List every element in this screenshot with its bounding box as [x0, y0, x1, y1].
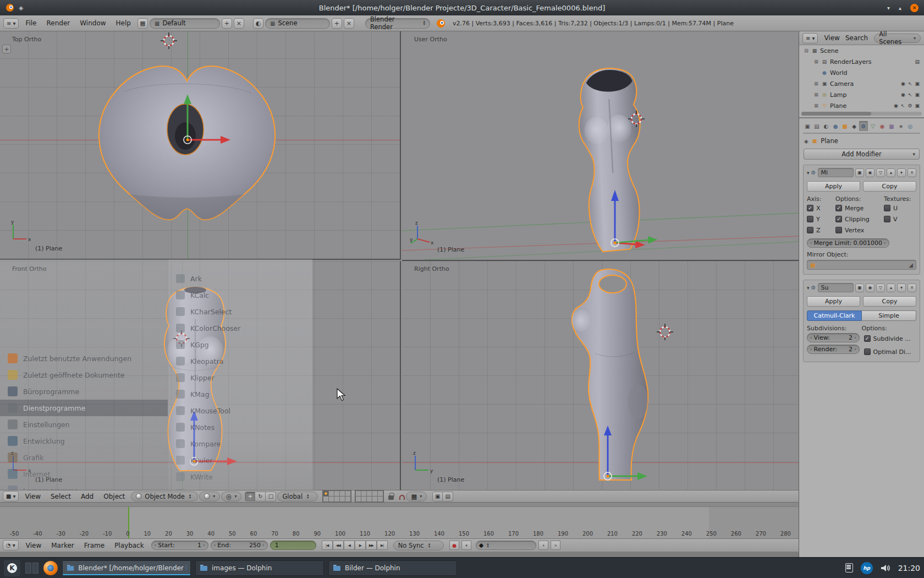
- render-opengl-button[interactable]: ▣: [432, 492, 443, 501]
- keying-options-button[interactable]: ▾: [461, 541, 471, 550]
- screen-layout-field[interactable]: ▦Default: [150, 18, 220, 29]
- checkbox[interactable]: ✓: [807, 227, 813, 233]
- topbar-menu-item[interactable]: Window: [75, 19, 111, 27]
- collapse-icon[interactable]: ▾: [807, 170, 810, 176]
- collapse-icon[interactable]: ⊟: [804, 48, 809, 53]
- kde-menu-category[interactable]: Entwicklung: [0, 433, 168, 449]
- translate-manipulator[interactable]: [574, 155, 667, 248]
- frame-start-field[interactable]: ‹Start:1›: [151, 541, 208, 550]
- topbar-menu-item[interactable]: File: [20, 19, 41, 27]
- selectability-pointer-icon[interactable]: ↖: [901, 103, 905, 108]
- apply-button[interactable]: Apply: [807, 296, 860, 307]
- renderability-camera-icon[interactable]: ▣: [915, 103, 920, 108]
- checkbox[interactable]: ✓: [807, 216, 813, 222]
- expand-icon[interactable]: ⊞: [813, 59, 819, 64]
- firefox-icon[interactable]: [43, 561, 58, 575]
- outliner-menu-item[interactable]: Search: [843, 34, 871, 42]
- modifier-move-up-button[interactable]: ▴: [887, 283, 895, 292]
- toolshelf-expand-icon[interactable]: +: [2, 45, 11, 53]
- modifier-move-down-button[interactable]: ▾: [897, 168, 906, 177]
- properties-tab-icon[interactable]: ⚙: [859, 121, 868, 131]
- add-modifier-button[interactable]: Add Modifier ▾: [804, 149, 920, 160]
- timeline-menu-item[interactable]: Marker: [46, 542, 79, 549]
- selectability-pointer-icon[interactable]: ↖: [908, 81, 912, 86]
- modifier-render-toggle[interactable]: ▣: [855, 283, 864, 292]
- clipboard-tray-icon[interactable]: [845, 563, 853, 572]
- insert-keyframe-button[interactable]: +: [538, 541, 548, 550]
- expand-icon[interactable]: ⊞: [813, 81, 819, 86]
- outliner-row-plane[interactable]: ⊞ ▽ Plane ◉↖⚙▣: [799, 100, 924, 111]
- kde-menu-app-item[interactable]: KWrite: [168, 468, 312, 485]
- kde-menu-category[interactable]: Zuletzt benutzte Anwendungen: [0, 350, 168, 367]
- texture-checkbox-row[interactable]: ✓V: [884, 214, 916, 225]
- selectability-pointer-icon[interactable]: ↖: [908, 92, 912, 97]
- checkbox[interactable]: ✓: [835, 205, 842, 211]
- kde-menu-app-item[interactable]: Kleopatra: [168, 353, 312, 369]
- option-checkbox-row[interactable]: ✓Merge: [835, 203, 884, 214]
- add-layout-button[interactable]: +: [222, 18, 232, 29]
- properties-tab-icon[interactable]: ◉: [878, 121, 887, 131]
- axis-checkbox-row[interactable]: ✓Y: [807, 214, 835, 225]
- scene-browse-button[interactable]: ◐: [253, 18, 263, 29]
- kde-menu-app-item[interactable]: KCharSelect: [168, 303, 312, 320]
- renderlayer-icon[interactable]: ▤: [915, 59, 920, 64]
- pin-icon[interactable]: ◈: [804, 138, 809, 144]
- modifier-wrench-icon[interactable]: ⚙: [908, 103, 912, 108]
- optimal-display-row[interactable]: ✓Optimal Di...: [864, 346, 917, 357]
- checkbox[interactable]: ✓: [835, 227, 842, 233]
- outliner-row-scene[interactable]: ⊟ ▦ Scene: [799, 45, 924, 56]
- snap-magnet-icon[interactable]: [399, 495, 405, 500]
- maximize-button[interactable]: ▴: [899, 5, 901, 11]
- modifier-name-field[interactable]: Mi: [818, 168, 854, 177]
- editor-type-button[interactable]: ≡▾: [3, 18, 19, 29]
- kde-menu-app-item[interactable]: KMag: [168, 386, 312, 402]
- taskbar-task-button[interactable]: Bilder — Dolphin: [328, 560, 457, 576]
- timeline-editor[interactable]: -50-40-30-20-100102030405060708090100110…: [0, 503, 799, 538]
- viewport-right-ortho[interactable]: Right Ortho: [402, 261, 799, 490]
- checkbox[interactable]: ✓: [884, 205, 890, 211]
- outliner-item-label[interactable]: Camera: [830, 80, 854, 88]
- breadcrumb-object-name[interactable]: Plane: [821, 137, 838, 145]
- kde-menu-category[interactable]: Grafik: [0, 449, 168, 466]
- scene-field[interactable]: ▦Scene: [265, 18, 330, 29]
- editor-type-button[interactable]: ■▾: [3, 491, 19, 501]
- view-subdivisions-field[interactable]: ‹View:2›: [807, 333, 860, 342]
- snap-element-select[interactable]: ▦▾: [406, 492, 427, 501]
- merge-limit-field[interactable]: ‹ Merge Limit: 0.001000 ›: [807, 238, 889, 248]
- properties-tab-icon[interactable]: ∗: [897, 121, 905, 131]
- properties-tab-icon[interactable]: ◐: [822, 121, 831, 131]
- viewport-top-ortho[interactable]: Top Ortho +: [0, 31, 401, 260]
- texture-checkbox-row[interactable]: ✓U: [884, 203, 916, 214]
- kde-menu-category[interactable]: Büroprogramme: [0, 383, 168, 400]
- properties-tab-icon[interactable]: ▤: [812, 121, 821, 131]
- simple-button[interactable]: Simple: [862, 310, 916, 321]
- view3d-menu-item[interactable]: Add: [76, 493, 98, 500]
- modifier-visibility-toggle[interactable]: ◉: [866, 283, 875, 292]
- timeline-scrollbar[interactable]: [0, 503, 799, 507]
- transport-button[interactable]: ◀◀: [333, 541, 344, 550]
- taskbar-task-button[interactable]: Blender* [/home/holger/Blender Pr: [62, 560, 191, 576]
- properties-tab-icon[interactable]: ●: [831, 121, 840, 131]
- modifier-delete-button[interactable]: ×: [908, 168, 916, 177]
- outliner-filter-select[interactable]: All Scenes▾: [874, 34, 921, 43]
- axis-checkbox-row[interactable]: ✓Z: [807, 225, 835, 236]
- delete-keyframe-button[interactable]: ×: [551, 541, 560, 550]
- checkbox[interactable]: ✓: [835, 216, 842, 222]
- copy-button[interactable]: Copy: [863, 296, 916, 307]
- expand-icon[interactable]: ⊞: [813, 103, 819, 108]
- render-subdivisions-field[interactable]: ‹Render:2›: [807, 345, 860, 354]
- layers-widget[interactable]: [322, 490, 384, 503]
- clock[interactable]: 21:20: [898, 564, 920, 572]
- topbar-menu-item[interactable]: Help: [111, 19, 136, 27]
- render-engine-select[interactable]: Blender Render▴▾: [365, 18, 430, 29]
- mode-select[interactable]: Object Mode▴▾: [131, 492, 198, 501]
- editor-type-button[interactable]: ≡▾: [802, 33, 818, 43]
- outliner-row-lamp[interactable]: ⊞ ◎ Lamp ◉↖▣: [799, 89, 924, 100]
- record-button[interactable]: ●: [449, 541, 459, 550]
- pivot-select[interactable]: ◎▾: [221, 492, 241, 501]
- transport-button[interactable]: ▶|: [377, 541, 388, 550]
- current-frame-field[interactable]: 1: [270, 541, 316, 550]
- viewport-shading-select[interactable]: ▾: [199, 492, 220, 501]
- lock-icon[interactable]: [388, 495, 394, 500]
- manipulator-translate-button[interactable]: +: [245, 492, 255, 501]
